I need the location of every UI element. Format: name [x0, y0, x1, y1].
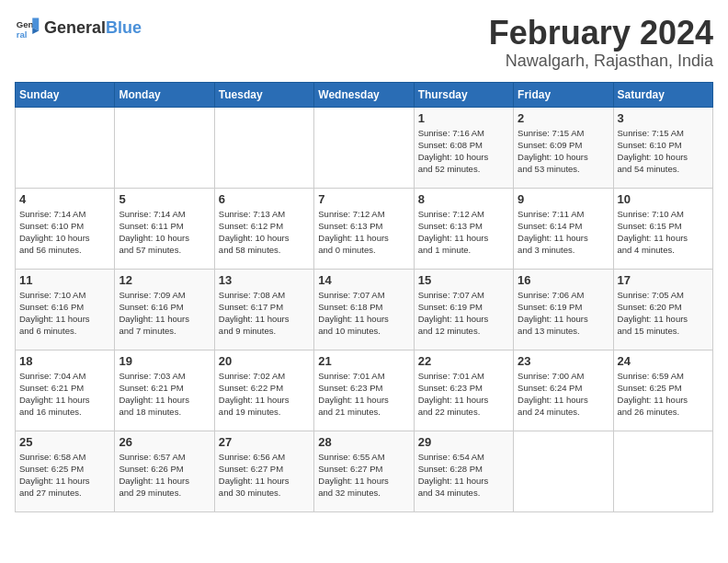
calendar-cell: 11Sunrise: 7:10 AMSunset: 6:16 PMDayligh… — [16, 269, 115, 350]
day-info: Sunrise: 7:10 AMSunset: 6:15 PMDaylight:… — [618, 208, 709, 257]
calendar-header: Sunday Monday Tuesday Wednesday Thursday… — [16, 82, 713, 107]
calendar-cell: 10Sunrise: 7:10 AMSunset: 6:15 PMDayligh… — [613, 188, 712, 269]
day-number: 6 — [219, 192, 310, 206]
day-info: Sunrise: 6:59 AMSunset: 6:25 PMDaylight:… — [618, 370, 709, 419]
day-info: Sunrise: 7:12 AMSunset: 6:13 PMDaylight:… — [418, 208, 509, 257]
calendar-cell: 21Sunrise: 7:01 AMSunset: 6:23 PMDayligh… — [314, 350, 414, 431]
day-number: 12 — [119, 273, 210, 287]
header-monday: Monday — [115, 82, 214, 107]
day-info: Sunrise: 7:08 AMSunset: 6:17 PMDaylight:… — [219, 289, 310, 338]
day-number: 27 — [219, 435, 310, 449]
calendar-table: Sunday Monday Tuesday Wednesday Thursday… — [15, 82, 713, 512]
day-info: Sunrise: 7:15 AMSunset: 6:09 PMDaylight:… — [518, 127, 609, 176]
day-number: 26 — [119, 435, 210, 449]
header-thursday: Thursday — [414, 82, 513, 107]
calendar-cell: 13Sunrise: 7:08 AMSunset: 6:17 PMDayligh… — [214, 269, 313, 350]
calendar-cell: 3Sunrise: 7:15 AMSunset: 6:10 PMDaylight… — [613, 107, 712, 188]
day-number: 20 — [219, 354, 310, 368]
day-number: 2 — [518, 111, 609, 125]
day-number: 4 — [19, 192, 110, 206]
calendar-cell — [214, 107, 313, 188]
calendar-cell — [16, 107, 115, 188]
logo-text-blue: Blue — [106, 18, 142, 37]
day-info: Sunrise: 7:01 AMSunset: 6:23 PMDaylight:… — [418, 370, 509, 419]
header-sunday: Sunday — [16, 82, 115, 107]
day-number: 13 — [219, 273, 310, 287]
day-number: 28 — [318, 435, 409, 449]
calendar-cell: 27Sunrise: 6:56 AMSunset: 6:27 PMDayligh… — [214, 431, 313, 511]
day-number: 1 — [418, 111, 509, 125]
day-info: Sunrise: 7:02 AMSunset: 6:22 PMDaylight:… — [219, 370, 310, 419]
logo-text-general: General — [44, 18, 106, 37]
day-number: 23 — [518, 354, 609, 368]
calendar-cell: 4Sunrise: 7:14 AMSunset: 6:10 PMDaylight… — [16, 188, 115, 269]
calendar-week-2: 4Sunrise: 7:14 AMSunset: 6:10 PMDaylight… — [16, 188, 713, 269]
title-area: February 2024 Nawalgarh, Rajasthan, Indi… — [489, 15, 713, 71]
calendar-cell: 28Sunrise: 6:55 AMSunset: 6:27 PMDayligh… — [314, 431, 414, 511]
day-info: Sunrise: 7:04 AMSunset: 6:21 PMDaylight:… — [19, 370, 110, 419]
day-info: Sunrise: 7:07 AMSunset: 6:18 PMDaylight:… — [318, 289, 409, 338]
header-saturday: Saturday — [613, 82, 712, 107]
calendar-cell: 8Sunrise: 7:12 AMSunset: 6:13 PMDaylight… — [414, 188, 513, 269]
logo-icon: Gene ral — [15, 15, 40, 40]
calendar-cell — [613, 431, 712, 511]
day-number: 16 — [518, 273, 609, 287]
day-number: 21 — [318, 354, 409, 368]
day-info: Sunrise: 6:58 AMSunset: 6:25 PMDaylight:… — [19, 451, 110, 500]
day-info: Sunrise: 7:09 AMSunset: 6:16 PMDaylight:… — [119, 289, 210, 338]
day-number: 10 — [618, 192, 709, 206]
day-number: 19 — [119, 354, 210, 368]
day-number: 18 — [19, 354, 110, 368]
day-info: Sunrise: 6:54 AMSunset: 6:28 PMDaylight:… — [418, 451, 509, 500]
calendar-cell: 15Sunrise: 7:07 AMSunset: 6:19 PMDayligh… — [414, 269, 513, 350]
calendar-cell: 26Sunrise: 6:57 AMSunset: 6:26 PMDayligh… — [115, 431, 214, 511]
logo: Gene ral GeneralBlue — [15, 15, 142, 40]
calendar-cell: 6Sunrise: 7:13 AMSunset: 6:12 PMDaylight… — [214, 188, 313, 269]
day-number: 22 — [418, 354, 509, 368]
day-info: Sunrise: 7:13 AMSunset: 6:12 PMDaylight:… — [219, 208, 310, 257]
calendar-cell: 9Sunrise: 7:11 AMSunset: 6:14 PMDaylight… — [514, 188, 613, 269]
header: Gene ral GeneralBlue February 2024 Nawal… — [15, 15, 713, 71]
location-title: Nawalgarh, Rajasthan, India — [489, 52, 713, 71]
calendar-cell: 22Sunrise: 7:01 AMSunset: 6:23 PMDayligh… — [414, 350, 513, 431]
day-info: Sunrise: 7:16 AMSunset: 6:08 PMDaylight:… — [418, 127, 509, 176]
day-info: Sunrise: 7:03 AMSunset: 6:21 PMDaylight:… — [119, 370, 210, 419]
calendar-cell: 16Sunrise: 7:06 AMSunset: 6:19 PMDayligh… — [514, 269, 613, 350]
calendar-cell: 12Sunrise: 7:09 AMSunset: 6:16 PMDayligh… — [115, 269, 214, 350]
day-info: Sunrise: 7:05 AMSunset: 6:20 PMDaylight:… — [618, 289, 709, 338]
day-number: 14 — [318, 273, 409, 287]
day-info: Sunrise: 7:15 AMSunset: 6:10 PMDaylight:… — [618, 127, 709, 176]
day-number: 17 — [618, 273, 709, 287]
calendar-week-5: 25Sunrise: 6:58 AMSunset: 6:25 PMDayligh… — [16, 431, 713, 511]
calendar-cell: 1Sunrise: 7:16 AMSunset: 6:08 PMDaylight… — [414, 107, 513, 188]
header-friday: Friday — [514, 82, 613, 107]
day-number: 9 — [518, 192, 609, 206]
day-number: 15 — [418, 273, 509, 287]
day-info: Sunrise: 7:12 AMSunset: 6:13 PMDaylight:… — [318, 208, 409, 257]
header-wednesday: Wednesday — [314, 82, 414, 107]
calendar-body: 1Sunrise: 7:16 AMSunset: 6:08 PMDaylight… — [16, 107, 713, 511]
calendar-cell: 14Sunrise: 7:07 AMSunset: 6:18 PMDayligh… — [314, 269, 414, 350]
calendar-cell: 7Sunrise: 7:12 AMSunset: 6:13 PMDaylight… — [314, 188, 414, 269]
header-tuesday: Tuesday — [214, 82, 313, 107]
month-title: February 2024 — [489, 15, 713, 52]
day-number: 7 — [318, 192, 409, 206]
calendar-cell — [314, 107, 414, 188]
calendar-cell — [115, 107, 214, 188]
calendar-cell: 18Sunrise: 7:04 AMSunset: 6:21 PMDayligh… — [16, 350, 115, 431]
day-number: 25 — [19, 435, 110, 449]
day-info: Sunrise: 7:14 AMSunset: 6:10 PMDaylight:… — [19, 208, 110, 257]
calendar-cell: 17Sunrise: 7:05 AMSunset: 6:20 PMDayligh… — [613, 269, 712, 350]
day-info: Sunrise: 7:11 AMSunset: 6:14 PMDaylight:… — [518, 208, 609, 257]
svg-text:ral: ral — [17, 29, 28, 40]
calendar-cell — [514, 431, 613, 511]
day-info: Sunrise: 7:14 AMSunset: 6:11 PMDaylight:… — [119, 208, 210, 257]
calendar-cell: 25Sunrise: 6:58 AMSunset: 6:25 PMDayligh… — [16, 431, 115, 511]
day-info: Sunrise: 6:55 AMSunset: 6:27 PMDaylight:… — [318, 451, 409, 500]
calendar-cell: 23Sunrise: 7:00 AMSunset: 6:24 PMDayligh… — [514, 350, 613, 431]
day-info: Sunrise: 7:00 AMSunset: 6:24 PMDaylight:… — [518, 370, 609, 419]
day-info: Sunrise: 7:07 AMSunset: 6:19 PMDaylight:… — [418, 289, 509, 338]
calendar-cell: 24Sunrise: 6:59 AMSunset: 6:25 PMDayligh… — [613, 350, 712, 431]
day-number: 29 — [418, 435, 509, 449]
calendar-week-3: 11Sunrise: 7:10 AMSunset: 6:16 PMDayligh… — [16, 269, 713, 350]
